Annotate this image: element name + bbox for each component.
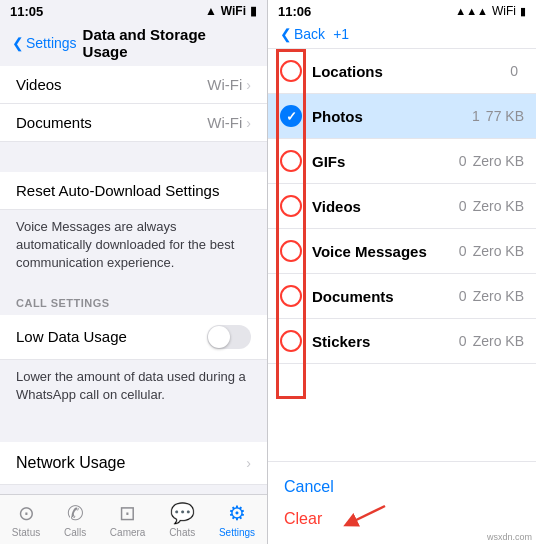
time-left: 11:05 — [10, 4, 43, 19]
battery-icon-right: ▮ — [520, 5, 526, 18]
documents-label-right: Documents — [312, 288, 459, 305]
videos-count: 0 — [459, 198, 467, 214]
radio-photos[interactable] — [280, 105, 302, 127]
tab-calls[interactable]: ✆ Calls — [64, 501, 86, 538]
radio-stickers[interactable] — [280, 330, 302, 352]
signal-icon-right: ▲▲▲ — [455, 5, 488, 17]
locations-label: Locations — [312, 63, 510, 80]
radio-videos[interactable] — [280, 195, 302, 217]
network-chevron-icon: › — [246, 455, 251, 471]
back-button-left[interactable]: ❮ Settings — [12, 35, 77, 51]
left-content: Videos Wi-Fi › Documents Wi-Fi › Reset A… — [0, 66, 267, 494]
videos-value: Wi-Fi › — [207, 76, 251, 93]
right-panel: 11:06 ▲▲▲ WiFi ▮ ❮ Back +1 Locations 0 P… — [268, 0, 536, 544]
wifi-icon-right: WiFi — [492, 4, 516, 18]
voice-count: 0 — [459, 243, 467, 259]
low-data-item[interactable]: Low Data Usage — [0, 315, 267, 360]
radio-voice[interactable] — [280, 240, 302, 262]
nav-bar-right: ❮ Back +1 — [268, 22, 536, 49]
wifi-icon: WiFi — [221, 4, 246, 18]
photos-label: Photos — [312, 108, 472, 125]
time-right: 11:06 — [278, 4, 311, 19]
back-label-left[interactable]: Settings — [26, 35, 77, 51]
documents-label: Documents — [16, 114, 92, 131]
left-panel: 11:05 ▲ WiFi ▮ ❮ Settings Data and Stora… — [0, 0, 268, 544]
stickers-size: Zero KB — [473, 333, 524, 349]
settings-icon: ⚙ — [228, 501, 246, 525]
back-button-right[interactable]: ❮ Back — [280, 26, 325, 42]
right-list: Locations 0 Photos 1 77 KB GIFs 0 Zero K… — [268, 49, 536, 461]
tab-camera-label: Camera — [110, 527, 146, 538]
tab-chats-label: Chats — [169, 527, 195, 538]
network-usage-item[interactable]: Network Usage › — [0, 442, 267, 485]
back-label-right[interactable]: Back — [294, 26, 325, 42]
nav-bar-left: ❮ Settings Data and Storage Usage — [0, 22, 267, 66]
videos-item[interactable]: Videos Wi-Fi › — [0, 66, 267, 104]
documents-size: Zero KB — [473, 288, 524, 304]
svg-line-1 — [350, 506, 385, 523]
photos-count: 1 — [472, 108, 480, 124]
documents-chevron-icon: › — [246, 115, 251, 131]
status-bar-right: 11:06 ▲▲▲ WiFi ▮ — [268, 0, 536, 22]
videos-label-right: Videos — [312, 198, 459, 215]
storage-spacer — [0, 485, 267, 494]
list-item-locations[interactable]: Locations 0 — [268, 49, 536, 94]
low-data-label: Low Data Usage — [16, 328, 127, 345]
low-data-toggle[interactable] — [207, 325, 251, 349]
battery-icon: ▮ — [250, 4, 257, 18]
clear-row: Clear — [284, 500, 520, 532]
network-usage-label: Network Usage — [16, 454, 125, 472]
voice-size: Zero KB — [473, 243, 524, 259]
tab-status[interactable]: ⊙ Status — [12, 501, 40, 538]
documents-item[interactable]: Documents Wi-Fi › — [0, 104, 267, 142]
signal-icon: ▲ — [205, 4, 217, 18]
reset-section — [0, 142, 267, 172]
gifs-size: Zero KB — [473, 153, 524, 169]
documents-value: Wi-Fi › — [207, 114, 251, 131]
gifs-count: 0 — [459, 153, 467, 169]
chevron-left-icon: ❮ — [12, 35, 24, 51]
tab-bar: ⊙ Status ✆ Calls ⊡ Camera 💬 Chats ⚙ Sett… — [0, 494, 267, 544]
watermark: wsxdn.com — [487, 532, 532, 542]
status-icons-left: ▲ WiFi ▮ — [205, 4, 257, 18]
videos-label: Videos — [16, 76, 62, 93]
tab-settings-label: Settings — [219, 527, 255, 538]
status-icons-right: ▲▲▲ WiFi ▮ — [455, 4, 526, 18]
reset-label: Reset Auto-Download Settings — [16, 182, 219, 199]
radio-documents[interactable] — [280, 285, 302, 307]
status-icon: ⊙ — [18, 501, 35, 525]
radio-locations[interactable] — [280, 60, 302, 82]
list-item-videos[interactable]: Videos 0 Zero KB — [268, 184, 536, 229]
camera-icon: ⊡ — [119, 501, 136, 525]
tab-chats[interactable]: 💬 Chats — [169, 501, 195, 538]
tab-camera[interactable]: ⊡ Camera — [110, 501, 146, 538]
locations-count: 0 — [510, 63, 518, 79]
radio-gifs[interactable] — [280, 150, 302, 172]
photos-size: 77 KB — [486, 108, 524, 124]
list-item-photos[interactable]: Photos 1 77 KB — [268, 94, 536, 139]
tab-status-label: Status — [12, 527, 40, 538]
voice-label: Voice Messages — [312, 243, 459, 260]
list-item-gifs[interactable]: GIFs 0 Zero KB — [268, 139, 536, 184]
list-item-voice[interactable]: Voice Messages 0 Zero KB — [268, 229, 536, 274]
documents-count: 0 — [459, 288, 467, 304]
calls-icon: ✆ — [67, 501, 84, 525]
voice-messages-note: Voice Messages are always automatically … — [0, 210, 267, 281]
status-bar-left: 11:05 ▲ WiFi ▮ — [0, 0, 267, 22]
tab-settings[interactable]: ⚙ Settings — [219, 501, 255, 538]
videos-size: Zero KB — [473, 198, 524, 214]
network-spacer — [0, 412, 267, 442]
call-settings-header: CALL SETTINGS — [0, 281, 267, 315]
list-item-stickers[interactable]: Stickers 0 Zero KB — [268, 319, 536, 364]
plus-one-badge: +1 — [333, 26, 349, 42]
tab-calls-label: Calls — [64, 527, 86, 538]
reset-item[interactable]: Reset Auto-Download Settings — [0, 172, 267, 210]
cancel-button[interactable]: Cancel — [284, 474, 520, 500]
low-data-note: Lower the amount of data used during a W… — [0, 360, 267, 412]
gifs-label: GIFs — [312, 153, 459, 170]
left-nav-title: Data and Storage Usage — [83, 26, 255, 60]
list-item-documents[interactable]: Documents 0 Zero KB — [268, 274, 536, 319]
videos-chevron-icon: › — [246, 77, 251, 93]
clear-arrow-icon — [330, 501, 390, 531]
clear-button[interactable]: Clear — [284, 506, 322, 532]
